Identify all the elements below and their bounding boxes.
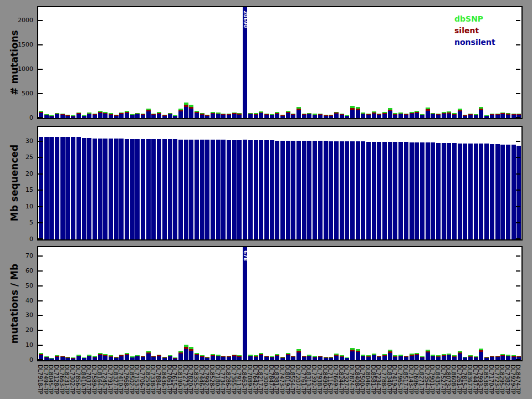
y-tick-mark [38,255,43,257]
y-tick-mark [516,359,520,360]
bar-segment [248,356,253,356]
bar-segment [479,350,483,352]
bar-segment [334,112,339,113]
bar-segment [55,355,59,356]
y-tick-mark [516,255,520,257]
y-tick-mark [516,300,520,301]
bar-segment [372,355,376,356]
bar-segment [135,356,140,356]
bar-segment [259,111,263,112]
bar-segment [65,357,70,357]
bar-segment [474,357,478,360]
bar-segment [324,116,328,118]
bar-segment [350,348,355,350]
y-tick-mark [38,44,43,45]
bar-segment [254,356,258,357]
bar-segment [254,115,258,118]
y-tick-mark [38,69,43,70]
bar-segment [393,356,397,357]
bar-segment [474,115,478,115]
bar-segment [296,352,301,360]
bar-segment [410,114,414,118]
bar-segment [388,111,392,118]
bar-segment [280,358,285,360]
bar-segment [356,109,360,110]
bar-segment [286,353,290,354]
bar-segment [516,146,521,239]
bar-segment [490,114,494,114]
bar-segment [426,111,430,118]
bar-segment [382,354,387,355]
bar-segment [361,114,365,114]
bar-segment [141,114,145,114]
bar-segment [130,115,135,115]
bar-segment [436,114,441,115]
bar-segment [334,356,339,360]
bar-segment [93,114,97,114]
y-tick-mark [516,173,520,175]
bar-segment [490,115,494,118]
bar-segment [474,114,478,115]
bar-segment [168,355,172,356]
bar-segment [302,114,306,114]
bar-segment [227,356,231,356]
bar-segment [259,140,263,239]
bar-segment [114,116,119,118]
bar-segment [49,116,54,118]
bar-segment [254,114,258,115]
bar-segment [313,357,317,360]
bar-segment [103,113,108,114]
bar-segment [420,115,424,115]
bar-segment [340,114,344,114]
y-tick-mark [516,157,520,158]
bar-segment [200,113,204,114]
bar-segment [237,357,242,360]
bar-segment [130,357,135,357]
y-tick-label: 40 [1,298,33,304]
bar-segment [420,142,424,239]
bar-segment [130,357,135,360]
bar-segment [135,355,140,356]
bar-segment [452,113,457,114]
bar-segment [479,107,483,109]
bar-segment [388,350,392,351]
bar-segment [452,143,457,239]
bar-segment [205,140,209,239]
bar-segment [44,357,49,360]
bar-segment [458,144,462,239]
bar-segment [479,144,483,239]
bar-segment [119,355,124,356]
y-tick-label: 50 [1,283,33,289]
bar-segment [468,355,473,356]
bar-segment [65,137,70,239]
bar-segment [211,112,215,113]
bar-segment [329,357,333,357]
bar-segment [151,139,156,239]
bar-segment [296,141,301,239]
legend-item-dbsnp: dbSNP [454,13,495,25]
bar-segment [345,115,349,116]
y-tick-label: 1000 [1,66,33,73]
bar-segment [426,108,430,109]
bar-segment [447,143,451,239]
panel-mb-sequenced [37,126,523,241]
bar-segment [135,114,140,118]
bar-segment [151,357,156,360]
bar-segment [511,114,516,114]
bar-segment [436,355,441,356]
y-tick-label: 0 [1,115,33,121]
bar-segment [130,356,135,357]
bar-segment [334,141,339,239]
bar-segment [221,114,226,115]
bar-segment [76,112,81,114]
bar-segment [82,357,86,358]
bar-segment [420,115,424,118]
bar-segment [200,115,204,118]
bar-segment [490,144,494,239]
bar-segment [195,111,199,112]
bar-segment [189,109,193,118]
bar-segment [442,113,446,114]
bar-segment [415,142,419,239]
bar-segment [324,141,328,239]
bar-segment [431,114,435,118]
